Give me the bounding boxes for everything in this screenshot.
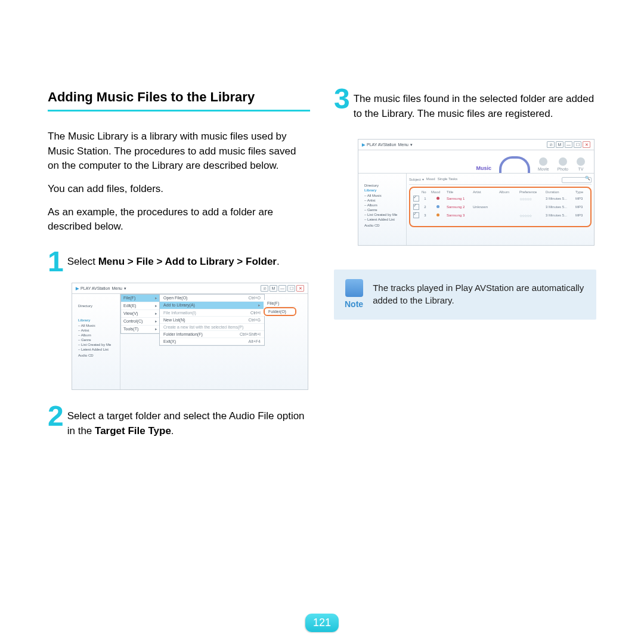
search-input[interactable]: [562, 177, 592, 183]
win-btn-a[interactable]: ⎚: [261, 285, 268, 292]
sidebar-audiocd[interactable]: Audio CD: [76, 353, 117, 358]
menu2-newlist[interactable]: New List(N)Ctrl+G: [160, 317, 264, 324]
filter-bar: Subject ▾ Mood Single Tasks: [409, 177, 592, 185]
sidebar-item[interactable]: – List Created by Me: [76, 342, 117, 347]
menu1-file[interactable]: File(F)▸: [121, 295, 160, 302]
menu2-exit[interactable]: Exit(X)Alt+F4: [160, 338, 264, 345]
step-1-pre: Select: [67, 256, 98, 267]
screenshot-menu: ▶ PLAY AVStation Menu ▾ ⎚ M — ☐ ✕ Direct…: [72, 283, 308, 390]
sidebar-item[interactable]: – Artist: [76, 328, 117, 333]
sidebar-2: Directory Library – All Music – Artist –…: [358, 174, 407, 245]
win-btn-a[interactable]: ⎚: [547, 141, 555, 148]
photo-icon: [559, 157, 567, 166]
mood-dot-icon: [436, 213, 439, 216]
menu-level-3: File(F) Folder(O): [264, 300, 296, 316]
window-titlebar-2: ▶ PLAY AVStation Menu ▾ ⎚ M — ☐ ✕: [358, 140, 594, 150]
sidebar-library-header[interactable]: Library: [362, 188, 404, 193]
menu-chevron-icon: ▾: [124, 286, 126, 291]
sidebar-item[interactable]: – List Created by Me: [362, 212, 404, 217]
step-2-bold: Target File Type: [95, 425, 171, 436]
menu-level-1: File(F)▸ Edit(E)▸ View(V)▸ Control(C)▸ T…: [120, 294, 160, 334]
menu2-folderinfo[interactable]: Folder Information(F)Ctrl+Shift+I: [160, 331, 264, 338]
step-2: 2 Select a target folder and select the …: [48, 407, 310, 438]
menu3-folder-callout[interactable]: Folder(O): [264, 307, 296, 316]
menu-level-2: Open File(O)Ctrl+O Add to Library(A)▸ Fi…: [159, 294, 265, 346]
win-btn-min[interactable]: M: [556, 141, 564, 148]
menu2-open[interactable]: Open File(O)Ctrl+O: [160, 295, 264, 302]
table-row[interactable]: 1Samsung 1☆☆☆☆☆3 Minutes 5...MP3: [412, 194, 589, 203]
sidebar-item[interactable]: – All Music: [362, 193, 404, 198]
page-title: Adding Music Files to the Library: [48, 89, 310, 112]
track-callout: No Mood Title Artist Album Preference Du…: [409, 187, 592, 227]
intro-para-1: The Music Library is a library with musi…: [48, 129, 310, 174]
sidebar-item[interactable]: – Artist: [362, 198, 404, 203]
row-checkbox[interactable]: [413, 196, 419, 202]
sidebar-item[interactable]: – Album: [362, 203, 404, 208]
menu-chevron-icon: ▾: [410, 143, 413, 147]
row-checkbox[interactable]: [413, 212, 419, 218]
win-btn-min[interactable]: M: [270, 285, 277, 292]
sidebar-item[interactable]: – Album: [76, 333, 117, 338]
screenshot-library: ▶ PLAY AVStation Menu ▾ ⎚ M — ☐ ✕ Music …: [358, 139, 595, 246]
step-2-text: Select a target folder and select the Au…: [67, 407, 310, 438]
note-box: Note The tracks played in Play AVStation…: [334, 270, 596, 320]
menu1-control[interactable]: Control(C)▸: [121, 318, 160, 326]
menu2-addlib[interactable]: Add to Library(A)▸: [160, 302, 264, 309]
row-checkbox[interactable]: [413, 204, 419, 210]
sidebar-dir-label: Directory: [362, 183, 404, 188]
table-row[interactable]: 3Samsung 3☆☆☆☆☆3 Minutes 5...MP3: [412, 211, 589, 219]
sidebar-dir-label: Directory: [76, 304, 117, 308]
menu1-tools[interactable]: Tools(T)▸: [121, 326, 160, 333]
tab-tv[interactable]: TV: [572, 156, 589, 173]
table-row[interactable]: 2Samsung 2Unknown3 Minutes 5...MP3: [412, 203, 589, 211]
table-header: No Mood Title Artist Album Preference Du…: [412, 190, 589, 194]
app-name: PLAY AVStation: [80, 286, 110, 290]
tab-music[interactable]: Music: [472, 163, 496, 173]
filter-single[interactable]: Single Tasks: [438, 177, 458, 183]
menu2-fileinfo: File Information(I)Ctrl+I: [160, 309, 264, 317]
win-btn-hide[interactable]: —: [565, 141, 572, 148]
left-column: Adding Music Files to the Library The Mu…: [48, 89, 310, 447]
win-btn-hide[interactable]: —: [278, 285, 286, 292]
sidebar-audiocd[interactable]: Audio CD: [362, 223, 404, 228]
win-btn-close[interactable]: ✕: [583, 141, 590, 148]
menu1-view[interactable]: View(V)▸: [121, 310, 160, 318]
step-1: 1 Select Menu > File > Add to Library > …: [48, 252, 310, 274]
menu-cascade: File(F)▸ Edit(E)▸ View(V)▸ Control(C)▸ T…: [120, 294, 308, 389]
sidebar-item[interactable]: – All Music: [76, 323, 117, 328]
sidebar: Directory Library – All Music – Artist –…: [72, 294, 120, 389]
tab-photo[interactable]: Photo: [553, 156, 572, 173]
mood-dot-icon: [436, 205, 439, 208]
page-number: 121: [305, 614, 339, 632]
menu1-edit[interactable]: Edit(E)▸: [121, 302, 160, 310]
step-2-post: .: [171, 425, 174, 436]
app-name: PLAY AVStation: [367, 143, 396, 147]
step-3: 3 The music files found in the selected …: [334, 89, 596, 121]
app-logo-icon: ▶: [76, 286, 79, 291]
filter-subject[interactable]: Subject ▾: [409, 177, 424, 183]
filter-mood[interactable]: Mood: [426, 177, 435, 183]
tab-movie[interactable]: Movie: [534, 156, 553, 173]
sidebar-item[interactable]: – Latest Added List: [76, 347, 117, 352]
mood-dot-icon: [436, 197, 439, 200]
sidebar-item[interactable]: – Latest Added List: [362, 217, 404, 222]
win-btn-close[interactable]: ✕: [296, 285, 304, 292]
note-icon: [345, 279, 363, 297]
step-1-number: 1: [48, 249, 64, 274]
movie-icon: [539, 157, 547, 166]
note-text: The tracks played in Play AVStation are …: [373, 279, 586, 306]
sidebar-item[interactable]: – Genre: [362, 208, 404, 212]
window-titlebar: ▶ PLAY AVStation Menu ▾ ⎚ M — ☐ ✕: [72, 283, 308, 294]
step-2-number: 2: [48, 403, 64, 429]
menu2-newlistsel: Create a new list with the selected item…: [160, 324, 264, 331]
win-btn-max[interactable]: ☐: [287, 285, 295, 292]
menu3-file[interactable]: File(F): [264, 300, 296, 307]
menu-toggle[interactable]: Menu: [398, 143, 408, 147]
right-column: 3 The music files found in the selected …: [334, 89, 596, 320]
menu-toggle[interactable]: Menu: [112, 286, 122, 290]
sidebar-item[interactable]: – Genre: [76, 338, 117, 342]
note-label: Note: [345, 299, 363, 309]
win-btn-max[interactable]: ☐: [574, 141, 581, 148]
intro-para-3: As an example, the procedures to add a f…: [48, 205, 310, 234]
sidebar-library-header[interactable]: Library: [76, 318, 117, 323]
